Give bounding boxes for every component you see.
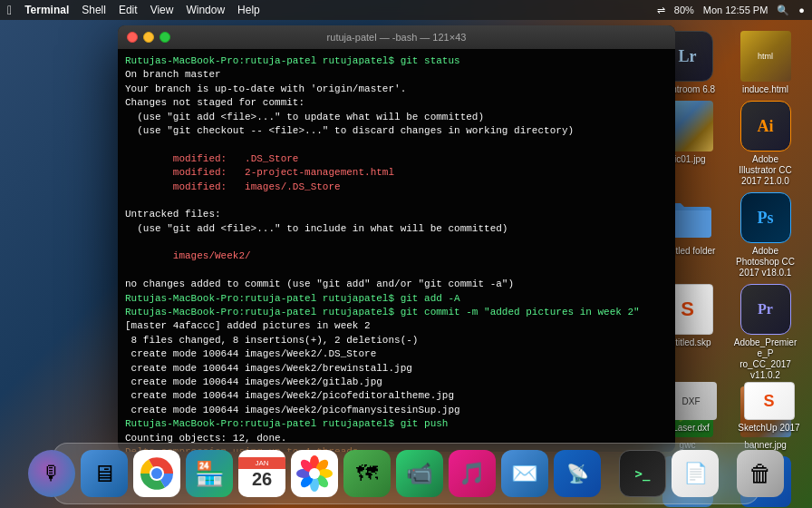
terminal-line [125, 138, 668, 151]
terminal-line: Rutujas-MacBook-Pro:rutuja-patel rutujap… [125, 292, 668, 306]
terminal-titlebar: rutuja-patel — -bash — 121×43 [118, 25, 675, 49]
wifi-icon[interactable]: ⇌ [657, 5, 665, 16]
menu-help[interactable]: Help [237, 4, 260, 16]
minimize-button[interactable] [143, 32, 154, 43]
terminal-line: create mode 100644 images/Week2/picofman… [125, 404, 668, 417]
terminal-line: no changes added to commit (use "git add… [125, 278, 668, 291]
dock-mail[interactable]: ✉️ [501, 450, 548, 497]
menu-shell[interactable]: Shell [82, 4, 106, 16]
icon-induce[interactable]: html induce.html [731, 31, 799, 95]
siri-icon[interactable]: ● [798, 5, 805, 15]
terminal-line [125, 236, 668, 249]
icon-label: Adobe_Premiere_P ro_CC_2017 v11.0.2 [733, 337, 798, 381]
icon-label: Adobe Illustrator CC 2017 21.0.0 [733, 154, 798, 187]
terminal-line: create mode 100644 images/Week2/picofedi… [125, 389, 668, 403]
terminal-line: Rutujas-MacBook-Pro:rutuja-patel rutujap… [125, 54, 668, 68]
terminal-line: Rutujas-MacBook-Pro:rutuja-patel rutujap… [125, 306, 668, 319]
terminal-window: rutuja-patel — -bash — 121×43 Rutujas-Ma… [118, 25, 675, 452]
terminal-line: modified: images/.DS_Store [125, 181, 668, 194]
dock-siri[interactable]: 🎙 [28, 450, 75, 497]
icon-label: induce.html [742, 84, 788, 95]
terminal-line: create mode 100644 images/Week2/.DS_Stor… [125, 347, 668, 361]
battery-status: 80% [674, 5, 694, 15]
terminal-line: Changes not staged for commit: [125, 96, 668, 110]
maximize-button[interactable] [160, 32, 170, 43]
dock-appstore[interactable]: 🏪 [186, 450, 233, 497]
dock-terminal[interactable]: >_ [619, 450, 666, 497]
terminal-title: rutuja-patel — -bash — 121×43 [327, 32, 467, 43]
dock-itunes[interactable]: 🎵 [449, 450, 496, 497]
terminal-line [125, 264, 668, 278]
terminal-line: create mode 100644 images/Week2/brewinst… [125, 362, 668, 376]
clock: Mon 12:55 PM [703, 5, 768, 15]
terminal-line: Untracked files: [125, 208, 668, 221]
dock-trash[interactable]: 🗑 [737, 450, 784, 497]
terminal-line: [master 4afaccc] added pictures in week … [125, 319, 668, 333]
dock: 🎙 🖥 🏪 JAN 26 [53, 443, 759, 504]
terminal-line: Rutujas-MacBook-Pro:rutuja-patel rutujap… [125, 417, 668, 431]
menubar:  Terminal Shell Edit View Window Help ⇌… [0, 0, 812, 20]
dock-photos[interactable] [291, 450, 338, 497]
icon-label: SketchUp 2017 [738, 423, 799, 434]
terminal-line: images/Week2/ [125, 249, 668, 263]
dock-calendar[interactable]: JAN 26 [238, 450, 285, 497]
close-button[interactable] [127, 32, 138, 43]
menu-window[interactable]: Window [186, 4, 225, 16]
terminal-line [125, 194, 668, 208]
icon-premiere[interactable]: Pr Adobe_Premiere_P ro_CC_2017 v11.0.2 [731, 284, 799, 381]
icon-label: Laser.dxf [672, 423, 710, 434]
icon-sketchup2017[interactable]: S SketchUp 2017 [735, 382, 803, 434]
dock-teamviewer[interactable]: 📡 [554, 450, 601, 497]
menu-view[interactable]: View [150, 4, 174, 16]
dock-maps[interactable]: 🗺 [343, 450, 391, 497]
menubar-left:  Terminal Shell Edit View Window Help [7, 3, 260, 17]
dock-chrome[interactable] [133, 450, 180, 497]
dock-textedit[interactable]: 📄 [672, 450, 719, 497]
terminal-line: Your branch is up-to-date with 'origin/m… [125, 83, 668, 96]
terminal-line: On branch master [125, 68, 668, 82]
terminal-body[interactable]: Rutujas-MacBook-Pro:rutuja-patel rutujap… [118, 49, 675, 452]
apple-menu[interactable]:  [7, 3, 12, 17]
terminal-line: (use "git add <file>..." to update what … [125, 111, 668, 124]
menu-edit[interactable]: Edit [119, 4, 138, 16]
terminal-line: (use "git checkout -- <file>..." to disc… [125, 124, 668, 138]
dock-facetime[interactable]: 📹 [396, 450, 443, 497]
dock-finder[interactable]: 🖥 [81, 450, 128, 497]
traffic-lights [127, 32, 170, 43]
app-name[interactable]: Terminal [24, 4, 69, 16]
desktop:  Terminal Shell Edit View Window Help ⇌… [0, 0, 812, 508]
terminal-line: 8 files changed, 8 insertions(+), 2 dele… [125, 334, 668, 347]
terminal-line: modified: .DS_Store [125, 152, 668, 166]
svg-point-12 [309, 468, 320, 479]
bottom-file-icons: DXF Laser.dxf S SketchUp 2017 [657, 382, 807, 434]
icon-ai[interactable]: Ai Adobe Illustrator CC 2017 21.0.0 [731, 101, 799, 187]
svg-point-2 [151, 468, 162, 479]
terminal-line: modified: 2-project-management.html [125, 166, 668, 180]
search-icon[interactable]: 🔍 [777, 5, 789, 16]
terminal-line: create mode 100644 images/Week2/gitlab.j… [125, 376, 668, 389]
icon-label: Adobe Photoshop CC 2017 v18.0.1 [733, 246, 798, 278]
terminal-line: (use "git add <file>..." to include in w… [125, 222, 668, 236]
menubar-right: ⇌ 80% Mon 12:55 PM 🔍 ● [657, 5, 805, 16]
icon-ps[interactable]: Ps Adobe Photoshop CC 2017 v18.0.1 [731, 192, 799, 278]
